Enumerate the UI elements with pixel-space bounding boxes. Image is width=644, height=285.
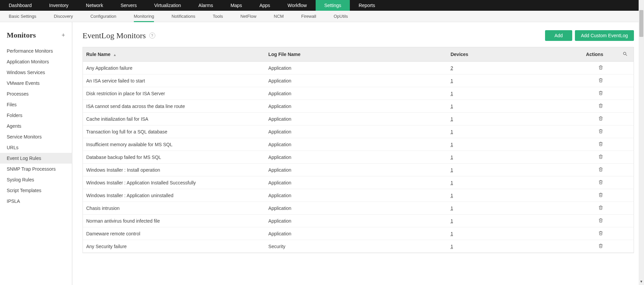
cell-rule-name[interactable]: Any Security failure: [83, 240, 265, 253]
devices-count-link[interactable]: 1: [450, 116, 453, 122]
devices-count-link[interactable]: 1: [450, 142, 453, 147]
devices-count-link[interactable]: 1: [450, 231, 453, 236]
trash-icon[interactable]: [598, 218, 603, 223]
devices-count-link[interactable]: 1: [450, 193, 453, 198]
sidebar-item-files[interactable]: Files: [0, 99, 72, 110]
devices-count-link[interactable]: 1: [450, 218, 453, 224]
cell-rule-name[interactable]: Database backup failed for MS SQL: [83, 151, 265, 164]
devices-count-link[interactable]: 1: [450, 244, 453, 249]
cell-rule-name[interactable]: An ISA service failed to start: [83, 74, 265, 87]
cell-rule-name[interactable]: Transaction log full for a SQL database: [83, 125, 265, 138]
sidebar-item-windows-services[interactable]: Windows Services: [0, 67, 72, 78]
devices-count-link[interactable]: 1: [450, 104, 453, 109]
trash-icon[interactable]: [598, 141, 603, 147]
devices-count-link[interactable]: 1: [450, 180, 453, 185]
trash-icon[interactable]: [598, 192, 603, 197]
topnav-item-virtualization[interactable]: Virtualization: [146, 0, 190, 11]
topnav-item-maps[interactable]: Maps: [222, 0, 251, 11]
add-button[interactable]: Add: [545, 30, 572, 41]
subnav-item-configuration[interactable]: Configuration: [82, 11, 125, 22]
col-header-log[interactable]: Log File Name: [265, 47, 447, 62]
cell-rule-name[interactable]: Cache initialization fail for ISA: [83, 113, 265, 125]
subnav-item-discovery[interactable]: Discovery: [45, 11, 82, 22]
cell-actions: [553, 151, 616, 164]
trash-icon[interactable]: [598, 103, 603, 108]
trash-icon[interactable]: [598, 230, 603, 236]
sidebar-item-ipsla[interactable]: IPSLA: [0, 196, 72, 207]
sidebar-item-application-monitors[interactable]: Application Monitors: [0, 56, 72, 67]
topnav-item-network[interactable]: Network: [77, 0, 112, 11]
devices-count-link[interactable]: 1: [450, 129, 453, 134]
table-row: Any Security failureSecurity1: [83, 240, 634, 253]
scrollbar-thumb[interactable]: [639, 10, 643, 37]
sidebar-item-event-log-rules[interactable]: Event Log Rules: [0, 153, 72, 164]
trash-icon[interactable]: [598, 243, 603, 248]
subnav-item-basic-settings[interactable]: Basic Settings: [0, 11, 45, 22]
topnav-item-inventory[interactable]: Inventory: [41, 0, 77, 11]
subnav-item-firewall[interactable]: Firewall: [292, 11, 325, 22]
trash-icon[interactable]: [598, 65, 603, 70]
topnav-item-dashboard[interactable]: Dashboard: [0, 0, 41, 11]
scroll-down-arrow[interactable]: ▼: [639, 280, 644, 285]
col-header-devices[interactable]: Devices: [447, 47, 553, 62]
trash-icon[interactable]: [598, 167, 603, 172]
sidebar-item-script-templates[interactable]: Script Templates: [0, 185, 72, 196]
topnav-item-servers[interactable]: Servers: [112, 0, 145, 11]
sidebar-item-agents[interactable]: Agents: [0, 121, 72, 131]
svg-line-1: [626, 54, 627, 56]
cell-rule-name[interactable]: Disk restriction in place for ISA Server: [83, 87, 265, 100]
sidebar-item-syslog-rules[interactable]: Syslog Rules: [0, 174, 72, 185]
trash-icon[interactable]: [598, 128, 603, 134]
subnav-item-notifications[interactable]: Notifications: [163, 11, 204, 22]
devices-count-link[interactable]: 1: [450, 167, 453, 173]
search-icon[interactable]: [623, 52, 628, 57]
cell-rule-name[interactable]: Windows Installer : Application Installe…: [83, 176, 265, 189]
subnav-item-oputils[interactable]: OpUtils: [325, 11, 357, 22]
trash-icon[interactable]: [598, 77, 603, 83]
sidebar-item-service-monitors[interactable]: Service Monitors: [0, 131, 72, 142]
cell-rule-name[interactable]: Insufficient memory available for MS SQL: [83, 138, 265, 151]
col-header-search[interactable]: [616, 47, 634, 62]
devices-count-link[interactable]: 2: [450, 65, 453, 71]
trash-icon[interactable]: [598, 90, 603, 96]
cell-rule-name[interactable]: Dameware remote control: [83, 227, 265, 240]
sidebar-item-folders[interactable]: Folders: [0, 110, 72, 121]
help-icon[interactable]: ?: [149, 33, 155, 39]
cell-rule-name[interactable]: ISA cannot send data across the data lin…: [83, 100, 265, 113]
cell-rule-name[interactable]: Chasis intrusion: [83, 202, 265, 215]
topnav-item-reports[interactable]: Reports: [350, 0, 384, 11]
subnav-item-netflow[interactable]: NetFlow: [232, 11, 265, 22]
topnav-item-apps[interactable]: Apps: [251, 0, 279, 11]
topnav-item-workflow[interactable]: Workflow: [279, 0, 315, 11]
sidebar-item-snmp-trap-processors[interactable]: SNMP Trap Processors: [0, 164, 72, 174]
trash-icon[interactable]: [598, 116, 603, 121]
devices-count-link[interactable]: 1: [450, 155, 453, 160]
cell-rule-name[interactable]: Any Application failure: [83, 62, 265, 74]
sidebar-item-processes[interactable]: Processes: [0, 89, 72, 99]
subnav-item-monitoring[interactable]: Monitoring: [125, 11, 163, 22]
devices-count-link[interactable]: 1: [450, 206, 453, 211]
trash-icon[interactable]: [598, 154, 603, 159]
cell-actions: [553, 240, 616, 253]
sidebar: Monitors + Performance MonitorsApplicati…: [0, 22, 72, 285]
trash-icon[interactable]: [598, 179, 603, 185]
cell-rule-name[interactable]: Windows Installer : Application uninstal…: [83, 189, 265, 202]
col-header-rule[interactable]: Rule Name ▲: [83, 47, 265, 62]
devices-count-link[interactable]: 1: [450, 78, 453, 83]
trash-icon[interactable]: [598, 205, 603, 210]
topnav-item-settings[interactable]: Settings: [316, 0, 350, 11]
add-custom-eventlog-button[interactable]: Add Custom EventLog: [575, 30, 634, 41]
devices-count-link[interactable]: 1: [450, 91, 453, 96]
sidebar-item-performance-monitors[interactable]: Performance Monitors: [0, 46, 72, 56]
window-scrollbar[interactable]: ▼: [639, 0, 644, 285]
topnav-item-alarms[interactable]: Alarms: [190, 0, 222, 11]
subnav-item-tools[interactable]: Tools: [204, 11, 231, 22]
table-row: Cache initialization fail for ISAApplica…: [83, 113, 634, 125]
sidebar-item-vmware-events[interactable]: VMware Events: [0, 78, 72, 89]
cell-rule-name[interactable]: Norman antivirus found infected file: [83, 215, 265, 227]
cell-rule-name[interactable]: Windows Installer : Install operation: [83, 164, 265, 176]
plus-icon[interactable]: +: [61, 32, 65, 39]
sidebar-item-urls[interactable]: URLs: [0, 142, 72, 153]
subnav-item-ncm[interactable]: NCM: [265, 11, 292, 22]
table-row: Windows Installer : Application Installe…: [83, 176, 634, 189]
